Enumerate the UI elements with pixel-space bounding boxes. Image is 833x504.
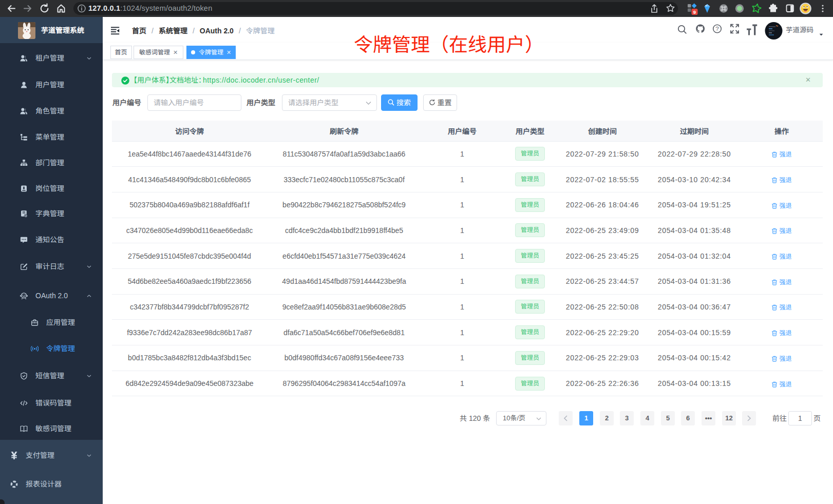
svg-text:?: ? (715, 26, 718, 32)
svg-text:9: 9 (693, 9, 696, 15)
